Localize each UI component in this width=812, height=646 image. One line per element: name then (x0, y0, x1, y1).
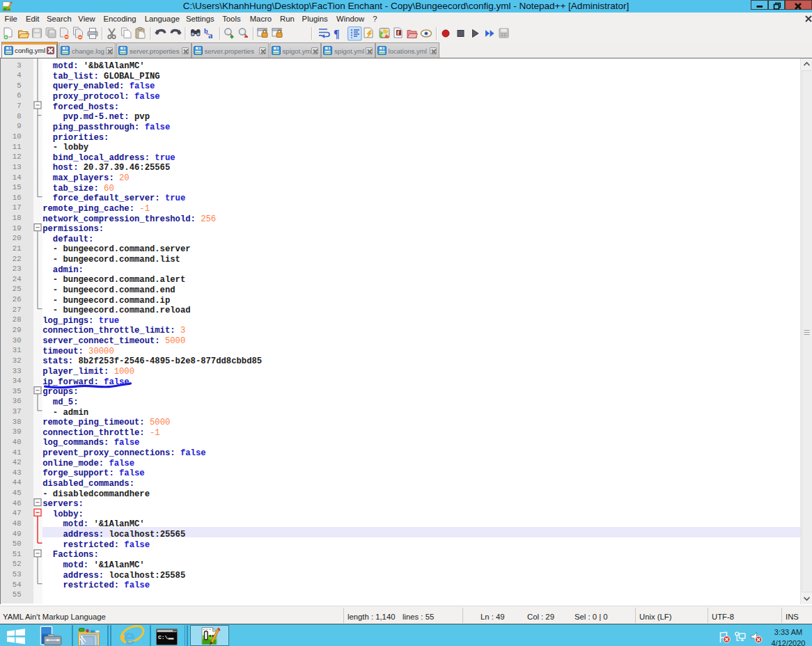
svg-text:C:\: C:\ (158, 634, 169, 640)
